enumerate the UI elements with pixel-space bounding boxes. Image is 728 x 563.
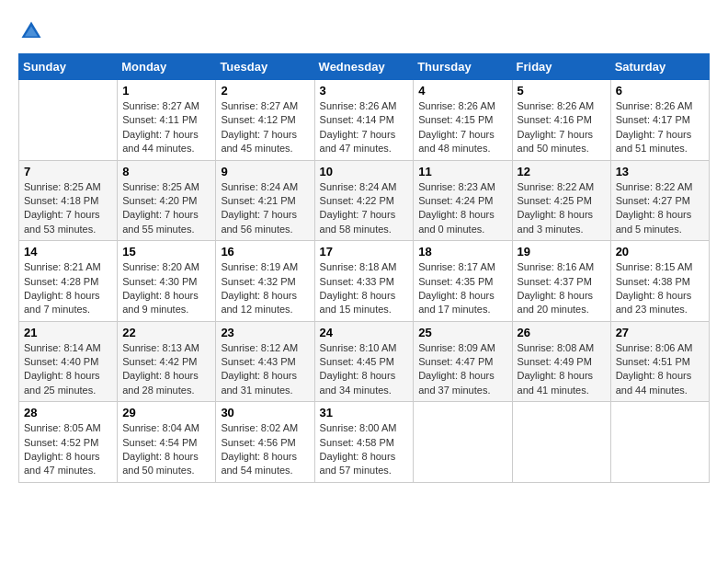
day-info: Sunrise: 8:13 AMSunset: 4:42 PMDaylight:… <box>122 341 210 398</box>
day-cell: 6Sunrise: 8:26 AMSunset: 4:17 PMDaylight… <box>610 80 709 161</box>
day-cell: 17Sunrise: 8:18 AMSunset: 4:33 PMDayligh… <box>314 241 414 322</box>
day-number: 2 <box>221 84 309 98</box>
day-info: Sunrise: 8:25 AMSunset: 4:20 PMDaylight:… <box>122 180 210 237</box>
day-cell: 31Sunrise: 8:00 AMSunset: 4:58 PMDayligh… <box>314 402 414 483</box>
page-header <box>18 18 710 44</box>
day-cell: 22Sunrise: 8:13 AMSunset: 4:42 PMDayligh… <box>118 321 216 402</box>
day-info: Sunrise: 8:10 AMSunset: 4:45 PMDaylight:… <box>320 341 409 398</box>
day-cell: 14Sunrise: 8:21 AMSunset: 4:28 PMDayligh… <box>19 241 118 322</box>
day-info: Sunrise: 8:25 AMSunset: 4:18 PMDaylight:… <box>24 180 112 237</box>
day-cell: 13Sunrise: 8:22 AMSunset: 4:27 PMDayligh… <box>610 160 709 241</box>
day-number: 12 <box>518 165 606 178</box>
day-number: 28 <box>24 406 112 419</box>
day-number: 20 <box>616 245 704 259</box>
day-cell: 8Sunrise: 8:25 AMSunset: 4:20 PMDaylight… <box>118 160 216 241</box>
week-row-3: 21Sunrise: 8:14 AMSunset: 4:40 PMDayligh… <box>19 321 710 402</box>
day-header-friday: Friday <box>512 54 610 80</box>
day-number: 5 <box>518 84 606 98</box>
day-cell: 15Sunrise: 8:20 AMSunset: 4:30 PMDayligh… <box>118 241 216 322</box>
day-header-thursday: Thursday <box>414 54 512 80</box>
day-info: Sunrise: 8:12 AMSunset: 4:43 PMDaylight:… <box>221 341 309 398</box>
day-info: Sunrise: 8:22 AMSunset: 4:25 PMDaylight:… <box>518 180 606 237</box>
week-row-4: 28Sunrise: 8:05 AMSunset: 4:52 PMDayligh… <box>19 402 710 483</box>
day-number: 13 <box>616 165 704 178</box>
day-cell: 21Sunrise: 8:14 AMSunset: 4:40 PMDayligh… <box>19 321 118 402</box>
day-info: Sunrise: 8:05 AMSunset: 4:52 PMDaylight:… <box>24 421 112 478</box>
day-cell: 24Sunrise: 8:10 AMSunset: 4:45 PMDayligh… <box>314 321 414 402</box>
day-header-saturday: Saturday <box>610 54 709 80</box>
day-number: 22 <box>122 326 210 339</box>
day-info: Sunrise: 8:18 AMSunset: 4:33 PMDaylight:… <box>320 260 409 317</box>
day-number: 11 <box>418 165 506 178</box>
day-cell: 3Sunrise: 8:26 AMSunset: 4:14 PMDaylight… <box>314 80 414 161</box>
day-cell: 12Sunrise: 8:22 AMSunset: 4:25 PMDayligh… <box>512 160 610 241</box>
day-info: Sunrise: 8:04 AMSunset: 4:54 PMDaylight:… <box>122 421 210 478</box>
header-row: SundayMondayTuesdayWednesdayThursdayFrid… <box>19 54 710 80</box>
day-info: Sunrise: 8:02 AMSunset: 4:56 PMDaylight:… <box>221 421 309 478</box>
day-info: Sunrise: 8:14 AMSunset: 4:40 PMDaylight:… <box>24 341 112 398</box>
day-cell: 27Sunrise: 8:06 AMSunset: 4:51 PMDayligh… <box>610 321 709 402</box>
day-cell: 18Sunrise: 8:17 AMSunset: 4:35 PMDayligh… <box>414 241 512 322</box>
day-cell <box>19 80 118 161</box>
day-number: 17 <box>320 245 409 259</box>
day-header-sunday: Sunday <box>19 54 118 80</box>
day-cell: 30Sunrise: 8:02 AMSunset: 4:56 PMDayligh… <box>216 402 314 483</box>
day-cell: 2Sunrise: 8:27 AMSunset: 4:12 PMDaylight… <box>216 80 314 161</box>
day-number: 21 <box>24 326 112 339</box>
day-number: 10 <box>320 165 409 178</box>
day-cell: 26Sunrise: 8:08 AMSunset: 4:49 PMDayligh… <box>512 321 610 402</box>
day-number: 15 <box>122 245 210 259</box>
day-cell: 29Sunrise: 8:04 AMSunset: 4:54 PMDayligh… <box>118 402 216 483</box>
day-number: 27 <box>616 326 704 339</box>
week-row-1: 7Sunrise: 8:25 AMSunset: 4:18 PMDaylight… <box>19 160 710 241</box>
day-cell: 28Sunrise: 8:05 AMSunset: 4:52 PMDayligh… <box>19 402 118 483</box>
day-cell: 25Sunrise: 8:09 AMSunset: 4:47 PMDayligh… <box>414 321 512 402</box>
day-number: 6 <box>616 84 704 98</box>
day-cell: 5Sunrise: 8:26 AMSunset: 4:16 PMDaylight… <box>512 80 610 161</box>
day-number: 23 <box>221 326 309 339</box>
day-cell <box>610 402 709 483</box>
day-info: Sunrise: 8:17 AMSunset: 4:35 PMDaylight:… <box>418 260 506 317</box>
day-number: 29 <box>122 406 210 419</box>
day-info: Sunrise: 8:27 AMSunset: 4:12 PMDaylight:… <box>221 99 309 156</box>
day-info: Sunrise: 8:21 AMSunset: 4:28 PMDaylight:… <box>24 260 112 317</box>
day-info: Sunrise: 8:08 AMSunset: 4:49 PMDaylight:… <box>518 341 606 398</box>
day-cell: 7Sunrise: 8:25 AMSunset: 4:18 PMDaylight… <box>19 160 118 241</box>
day-cell: 4Sunrise: 8:26 AMSunset: 4:15 PMDaylight… <box>414 80 512 161</box>
day-number: 19 <box>518 245 606 259</box>
day-header-monday: Monday <box>118 54 216 80</box>
day-cell <box>414 402 512 483</box>
day-number: 16 <box>221 245 309 259</box>
day-info: Sunrise: 8:20 AMSunset: 4:30 PMDaylight:… <box>122 260 210 317</box>
week-row-2: 14Sunrise: 8:21 AMSunset: 4:28 PMDayligh… <box>19 241 710 322</box>
day-header-wednesday: Wednesday <box>314 54 414 80</box>
day-info: Sunrise: 8:06 AMSunset: 4:51 PMDaylight:… <box>616 341 704 398</box>
week-row-0: 1Sunrise: 8:27 AMSunset: 4:11 PMDaylight… <box>19 80 710 161</box>
day-number: 9 <box>221 165 309 178</box>
day-cell: 23Sunrise: 8:12 AMSunset: 4:43 PMDayligh… <box>216 321 314 402</box>
day-cell: 20Sunrise: 8:15 AMSunset: 4:38 PMDayligh… <box>610 241 709 322</box>
day-number: 1 <box>122 84 210 98</box>
day-number: 4 <box>418 84 506 98</box>
day-info: Sunrise: 8:00 AMSunset: 4:58 PMDaylight:… <box>320 421 409 478</box>
day-number: 14 <box>24 245 112 259</box>
day-cell: 1Sunrise: 8:27 AMSunset: 4:11 PMDaylight… <box>118 80 216 161</box>
day-info: Sunrise: 8:26 AMSunset: 4:17 PMDaylight:… <box>616 99 704 156</box>
day-info: Sunrise: 8:26 AMSunset: 4:15 PMDaylight:… <box>418 99 506 156</box>
day-info: Sunrise: 8:27 AMSunset: 4:11 PMDaylight:… <box>122 99 210 156</box>
day-number: 25 <box>418 326 506 339</box>
logo <box>18 18 48 44</box>
day-number: 31 <box>320 406 409 419</box>
day-number: 24 <box>320 326 409 339</box>
day-number: 26 <box>518 326 606 339</box>
day-number: 3 <box>320 84 409 98</box>
day-info: Sunrise: 8:09 AMSunset: 4:47 PMDaylight:… <box>418 341 506 398</box>
day-info: Sunrise: 8:19 AMSunset: 4:32 PMDaylight:… <box>221 260 309 317</box>
day-cell: 16Sunrise: 8:19 AMSunset: 4:32 PMDayligh… <box>216 241 314 322</box>
day-info: Sunrise: 8:24 AMSunset: 4:21 PMDaylight:… <box>221 180 309 237</box>
day-cell: 11Sunrise: 8:23 AMSunset: 4:24 PMDayligh… <box>414 160 512 241</box>
day-cell: 9Sunrise: 8:24 AMSunset: 4:21 PMDaylight… <box>216 160 314 241</box>
day-info: Sunrise: 8:22 AMSunset: 4:27 PMDaylight:… <box>616 180 704 237</box>
day-number: 8 <box>122 165 210 178</box>
calendar-table: SundayMondayTuesdayWednesdayThursdayFrid… <box>18 53 710 483</box>
